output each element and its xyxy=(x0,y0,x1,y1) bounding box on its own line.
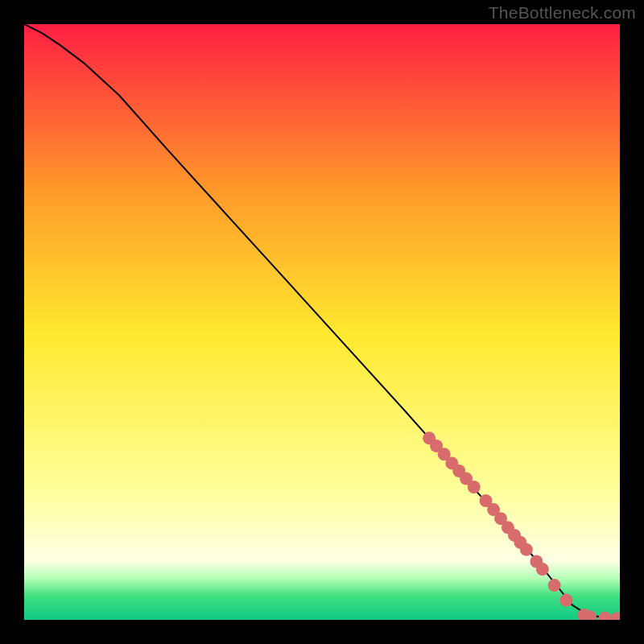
chart-svg xyxy=(24,24,620,620)
gradient-background xyxy=(24,24,620,620)
data-marker xyxy=(468,481,481,493)
data-marker xyxy=(559,594,572,607)
data-marker xyxy=(536,563,549,576)
data-marker xyxy=(520,543,533,556)
plot-area xyxy=(24,24,620,620)
chart-frame: TheBottleneck.com xyxy=(0,0,644,644)
data-marker xyxy=(548,579,561,592)
attribution-label: TheBottleneck.com xyxy=(489,3,636,23)
